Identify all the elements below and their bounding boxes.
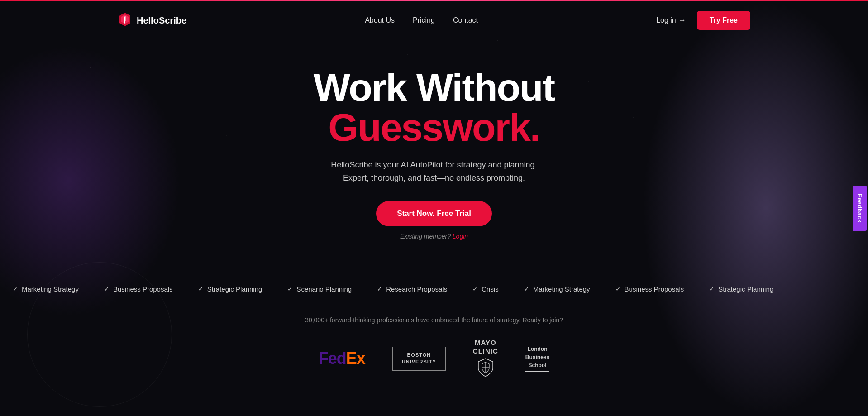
ticker-item-4: ✓ Research Proposals	[364, 285, 460, 293]
nav-pricing[interactable]: Pricing	[413, 16, 435, 24]
ticker-item-0: ✓ Marketing Strategy	[0, 285, 91, 293]
hero-subtitle-line2: Expert, thorough, and fast—no endless pr…	[343, 173, 525, 182]
boston-line2: UNIVERSITY	[402, 359, 436, 365]
nav-links: About Us Pricing Contact	[365, 16, 478, 24]
logo-text: HelloScribe	[137, 15, 186, 26]
ticker-label-7: Business Proposals	[625, 285, 684, 293]
hero-subtitle-line1: HelloScribe is your AI AutoPilot for str…	[331, 160, 537, 169]
logo[interactable]: HelloScribe	[118, 12, 186, 29]
london-line2: Business	[525, 353, 549, 361]
ticker-track: ✓ Marketing Strategy ✓ Business Proposal…	[0, 285, 868, 293]
hero-section: Work Without Guesswork. HelloScribe is y…	[0, 41, 868, 258]
hero-subtitle: HelloScribe is your AI AutoPilot for str…	[325, 158, 543, 185]
logos-row: FedEx BOSTON UNIVERSITY MAYO CLINIC Lond…	[9, 338, 859, 379]
check-icon-2: ✓	[198, 285, 204, 292]
fedex-logo: FedEx	[319, 349, 365, 368]
ticker-label-3: Scenario Planning	[296, 285, 352, 293]
hero-title-line1: Work Without	[9, 68, 859, 107]
check-icon-6: ✓	[524, 285, 529, 292]
ticker-item-1: ✓ Business Proposals	[91, 285, 186, 293]
ticker-item-5: ✓ Crisis	[460, 285, 511, 293]
login-link[interactable]: Log in →	[656, 16, 686, 24]
ticker-label-1: Business Proposals	[113, 285, 173, 293]
ticker-label-8: Strategic Planning	[718, 285, 773, 293]
ticker-item-6: ✓ Marketing Strategy	[511, 285, 603, 293]
navbar: HelloScribe About Us Pricing Contact Log…	[0, 0, 868, 41]
mayo-text: MAYO CLINIC	[473, 338, 498, 356]
existing-member-text: Existing member? Login	[9, 233, 859, 240]
login-arrow-icon: →	[679, 16, 686, 24]
london-line3: School	[525, 361, 549, 369]
ticker-item-8: ✓ Strategic Planning	[696, 285, 786, 293]
nav-contact[interactable]: Contact	[453, 16, 478, 24]
feedback-tab[interactable]: Feedback	[853, 186, 867, 231]
nav-right: Log in → Try Free	[656, 11, 750, 30]
ticker-wrapper: ✓ Marketing Strategy ✓ Business Proposal…	[0, 280, 868, 298]
existing-member-login-link[interactable]: Login	[453, 233, 468, 240]
social-proof-section: 30,000+ forward-thinking professionals h…	[0, 316, 868, 379]
ticker-label-5: Crisis	[482, 285, 499, 293]
fedex-ex: Ex	[346, 349, 365, 368]
check-icon-4: ✓	[377, 285, 382, 292]
check-icon-0: ✓	[13, 285, 18, 292]
start-now-button[interactable]: Start Now. Free Trial	[376, 201, 492, 226]
ticker-label-4: Research Proposals	[386, 285, 447, 293]
ticker-item-7: ✓ Business Proposals	[603, 285, 697, 293]
london-business-school-logo: London Business School	[525, 345, 549, 372]
boston-line1: BOSTON	[402, 352, 436, 359]
check-icon-5: ✓	[472, 285, 478, 292]
check-icon-8: ✓	[709, 285, 715, 292]
mayo-line1: MAYO	[473, 338, 498, 347]
mayo-clinic-logo: MAYO CLINIC	[473, 338, 498, 379]
social-proof-text: 30,000+ forward-thinking professionals h…	[9, 316, 859, 324]
ticker-label-0: Marketing Strategy	[22, 285, 79, 293]
check-icon-1: ✓	[104, 285, 110, 292]
mayo-line2: CLINIC	[473, 347, 498, 356]
fedex-fed: Fed	[319, 349, 346, 368]
login-label: Log in	[656, 16, 676, 24]
mayo-shield-icon	[477, 358, 495, 378]
hero-title-line2: Guesswork.	[9, 107, 859, 148]
ticker-item-3: ✓ Scenario Planning	[275, 285, 364, 293]
try-free-button[interactable]: Try Free	[697, 11, 750, 30]
svg-rect-1	[125, 16, 126, 21]
boston-university-logo: BOSTON UNIVERSITY	[392, 347, 446, 371]
ticker-label-6: Marketing Strategy	[533, 285, 590, 293]
ticker-item-2: ✓ Strategic Planning	[186, 285, 275, 293]
nav-about[interactable]: About Us	[365, 16, 395, 24]
logo-icon	[118, 12, 132, 29]
ticker-label-2: Strategic Planning	[207, 285, 262, 293]
london-line1: London	[525, 345, 549, 353]
svg-rect-0	[124, 16, 125, 24]
check-icon-3: ✓	[287, 285, 293, 292]
check-icon-7: ✓	[615, 285, 621, 292]
